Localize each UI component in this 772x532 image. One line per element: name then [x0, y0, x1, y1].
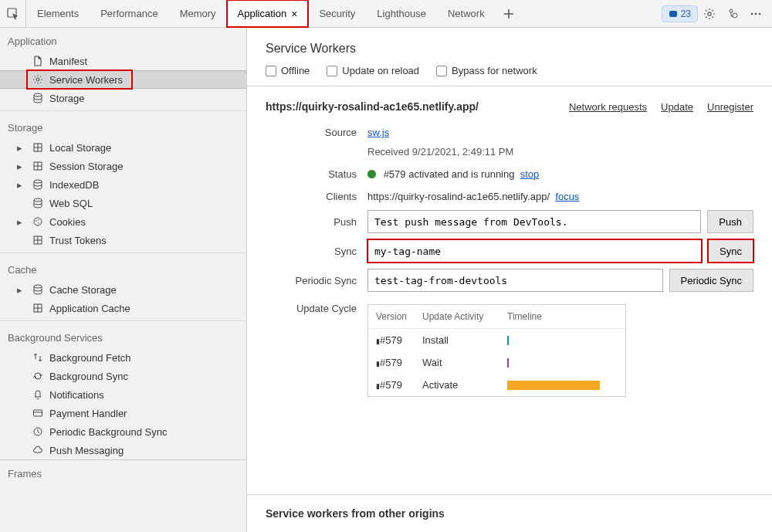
sw-detail-section: https://quirky-rosalind-ac1e65.netlify.a… [247, 86, 772, 495]
sidebar-item-periodic-background-sync[interactable]: Periodic Background Sync [0, 422, 246, 441]
table-header: Version [376, 311, 422, 322]
tab-memory[interactable]: Memory [169, 0, 227, 27]
content-pane: Service Workers Offline Update on reload… [247, 28, 772, 532]
sidebar-item-label: Notifications [49, 389, 104, 401]
sidebar-group-cache: Cache [0, 256, 246, 280]
add-tab-button[interactable] [496, 0, 522, 27]
sidebar-item-label: Background Fetch [49, 352, 131, 364]
sidebar-item-session-storage[interactable]: ▸Session Storage [0, 157, 246, 175]
sidebar-item-label: Trust Tokens [49, 235, 107, 246]
inspect-icon[interactable] [0, 0, 26, 27]
settings-icon[interactable] [698, 3, 721, 25]
sidebar-item-label: Cache Storage [49, 284, 117, 296]
sidebar-item-label: Local Storage [49, 142, 111, 154]
svg-point-12 [34, 180, 42, 183]
stop-link[interactable]: stop [520, 168, 540, 180]
sidebar-group-storage: Storage [0, 114, 246, 138]
sidebar-item-storage[interactable]: Storage [0, 89, 246, 107]
status-text: #579 activated and is running [384, 168, 515, 180]
cycle-row: ▮#579Install [368, 329, 625, 351]
page-title: Service Workers [266, 42, 753, 56]
more-icon[interactable] [744, 3, 767, 25]
sidebar-item-label: Manifest [49, 56, 87, 67]
tab-label: Network [448, 8, 485, 19]
sidebar-item-indexeddb[interactable]: ▸IndexedDB [0, 175, 246, 194]
sidebar-item-cookies[interactable]: ▸Cookies [0, 212, 246, 231]
sidebar-group-frames: Frames [0, 459, 246, 484]
sidebar-item-cache-storage[interactable]: ▸Cache Storage [0, 280, 246, 299]
svg-point-9 [34, 93, 42, 97]
sidebar-item-push-messaging[interactable]: Push Messaging [0, 441, 246, 459]
sidebar-item-label: Background Sync [49, 371, 128, 382]
sidebar-item-application-cache[interactable]: Application Cache [0, 299, 246, 317]
sidebar-item-service-workers[interactable]: Service Workers [0, 70, 246, 89]
periodic-sync-label: Periodic Sync [266, 275, 367, 286]
cycle-version: ▮#579 [376, 379, 422, 391]
grid-icon [31, 235, 45, 246]
cycle-timeline [507, 358, 608, 368]
svg-point-7 [759, 12, 761, 15]
db-icon [31, 198, 45, 208]
sidebar-item-payment-handler[interactable]: Payment Handler [0, 404, 246, 422]
svg-point-16 [38, 219, 39, 221]
push-input[interactable] [367, 210, 701, 233]
sidebar-item-web-sql[interactable]: Web SQL [0, 194, 246, 212]
bypass-network-checkbox[interactable]: Bypass for network [436, 65, 537, 76]
issues-badge[interactable]: 23 [662, 5, 698, 22]
check-label: Offline [281, 65, 310, 76]
network-requests-link[interactable]: Network requests [569, 101, 647, 113]
focus-link[interactable]: focus [555, 191, 579, 202]
offline-checkbox[interactable]: Offline [266, 65, 310, 76]
clock-icon [31, 426, 45, 437]
grid-icon [31, 142, 45, 153]
update-on-reload-checkbox[interactable]: Update on reload [327, 65, 419, 76]
grid-icon [31, 161, 45, 171]
sidebar-item-background-fetch[interactable]: Background Fetch [0, 348, 246, 367]
cycle-row: ▮#579Activate [368, 374, 625, 396]
tab-elements[interactable]: Elements [26, 0, 90, 27]
close-icon[interactable]: × [291, 8, 297, 20]
content-header: Service Workers Offline Update on reload… [247, 28, 772, 86]
source-link[interactable]: sw.js [367, 127, 389, 138]
tab-application[interactable]: Application× [227, 0, 309, 27]
sidebar-item-label: Application Cache [49, 303, 130, 314]
sync-input[interactable] [367, 239, 702, 263]
sidebar-item-notifications[interactable]: Notifications [0, 385, 246, 404]
cookie-icon [31, 216, 45, 227]
sidebar-item-label: Session Storage [49, 161, 123, 172]
unregister-link[interactable]: Unregister [707, 101, 753, 113]
db-icon [31, 284, 45, 295]
periodic-sync-button[interactable]: Periodic Sync [669, 269, 753, 292]
tab-performance[interactable]: Performance [90, 0, 168, 27]
tab-label: Lighthouse [377, 8, 426, 19]
tab-list: Elements Performance Memory Application×… [26, 0, 496, 27]
sidebar-item-background-sync[interactable]: Background Sync [0, 367, 246, 385]
fetch-icon [31, 352, 45, 363]
source-label: Source [266, 124, 367, 138]
sidebar-item-local-storage[interactable]: ▸Local Storage [0, 138, 246, 157]
issues-count: 23 [681, 8, 691, 19]
card-icon [31, 408, 45, 418]
received-text: Received 9/21/2021, 2:49:11 PM [367, 146, 753, 158]
tab-security[interactable]: Security [308, 0, 366, 27]
file-icon [31, 56, 45, 66]
update-link[interactable]: Update [661, 101, 693, 113]
svg-point-15 [36, 220, 37, 222]
svg-point-5 [751, 12, 753, 15]
tab-network[interactable]: Network [437, 0, 496, 27]
push-button[interactable]: Push [707, 210, 753, 233]
sidebar-item-manifest[interactable]: Manifest [0, 52, 246, 70]
periodic-sync-input[interactable] [367, 269, 663, 292]
cycle-version: ▮#579 [376, 334, 422, 346]
cycle-timeline [507, 336, 608, 345]
clients-label: Clients [266, 188, 367, 202]
sidebar-item-trust-tokens[interactable]: Trust Tokens [0, 231, 246, 249]
chevron-right-icon: ▸ [17, 142, 26, 154]
feedback-icon[interactable] [721, 3, 744, 25]
sync-button[interactable]: Sync [708, 239, 753, 263]
sw-origin: https://quirky-rosalind-ac1e65.netlify.a… [266, 100, 479, 113]
check-label: Bypass for network [452, 65, 537, 76]
tab-lighthouse[interactable]: Lighthouse [366, 0, 437, 27]
sync-label: Sync [266, 246, 367, 257]
svg-point-3 [730, 9, 733, 12]
